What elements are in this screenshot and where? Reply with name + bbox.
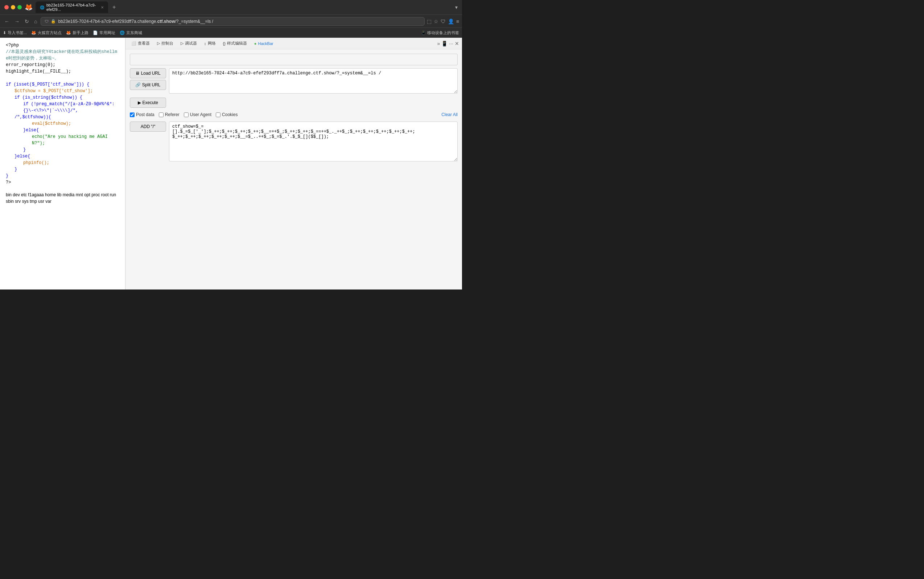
devtools-options-button[interactable]: ··· bbox=[449, 41, 453, 46]
user-agent-checkbox-label[interactable]: User Agent bbox=[184, 112, 211, 117]
user-agent-checkbox[interactable] bbox=[184, 113, 189, 117]
active-tab[interactable]: 🌐 bb23e165-7024-47b4-a7c9-efef29... ✕ bbox=[36, 2, 108, 13]
code-line-3: error_reporting(0); bbox=[6, 62, 119, 68]
execute-row: ▶ Execute bbox=[130, 98, 458, 108]
menu-button[interactable]: ≡ bbox=[456, 18, 459, 24]
style-icon: {} bbox=[223, 41, 225, 46]
code-line-7: $ctfshow = $_POST['ctf_show']; bbox=[6, 88, 119, 94]
reload-button[interactable]: ↻ bbox=[23, 18, 31, 25]
code-line-15: }else{ bbox=[6, 153, 119, 160]
bookmark-common-label: 常用网址 bbox=[100, 30, 115, 36]
tab-title: bb23e165-7024-47b4-a7c9-efef29... bbox=[46, 3, 99, 11]
devtools-network-button[interactable]: ↕ 网络 bbox=[201, 39, 219, 47]
newuser-icon: 🦊 bbox=[66, 31, 71, 35]
back-button[interactable]: ← bbox=[3, 18, 11, 25]
devtools-toolbar: ⬜ 查看器 ▷ 控制台 ▷ 调试器 ↕ 网络 {} 样式编辑器 bbox=[126, 38, 462, 49]
security-icon: 🛡 bbox=[45, 19, 49, 24]
tab-dropdown-button[interactable]: ▾ bbox=[455, 4, 458, 10]
bookmark-import[interactable]: ⬇ 导入书签... bbox=[3, 30, 27, 36]
devtools-hackbar-button[interactable]: ● HackBar bbox=[251, 40, 276, 47]
referer-checkbox[interactable] bbox=[159, 113, 163, 117]
post-data-textarea[interactable]: ctf_show=$_= [].$_=$_['_'];$_++;$_++;$_+… bbox=[169, 121, 458, 162]
nav-actions: ⬚ ☆ 🛡 👤 ≡ bbox=[427, 18, 459, 24]
traffic-lights bbox=[4, 5, 22, 10]
code-line-13: echo("Are you hacking me AGAIN?"); bbox=[6, 134, 119, 147]
hackbar-panel: 🖥 Load URL 🔗 Split URL ▶ Execute Post bbox=[126, 49, 462, 290]
debugger-icon: ▷ bbox=[181, 41, 183, 46]
code-line-17: } bbox=[6, 166, 119, 173]
clear-all-button[interactable]: Clear All bbox=[441, 112, 458, 117]
firefox-icon: 🦊 bbox=[31, 31, 36, 35]
tab-favicon: 🌐 bbox=[40, 5, 44, 10]
bookmarks-bar: ⬇ 导入书签... 🦊 火狐官方站点 🦊 新手上路 📄 常用网址 🌐 京东商城 … bbox=[0, 28, 462, 38]
close-window-button[interactable] bbox=[4, 5, 9, 10]
account-button[interactable]: 👤 bbox=[448, 18, 454, 24]
bookmark-import-label: 导入书签... bbox=[8, 30, 27, 36]
bookmark-common[interactable]: 📄 常用网址 bbox=[93, 30, 115, 36]
cookies-checkbox-label[interactable]: Cookies bbox=[216, 112, 238, 117]
code-line-11: eval($ctfshow); bbox=[6, 121, 119, 127]
user-agent-label: User Agent bbox=[190, 112, 211, 117]
bookmark-button[interactable]: ☆ bbox=[434, 18, 438, 24]
code-line-10: /",$ctfshow)){ bbox=[6, 114, 119, 121]
split-url-button[interactable]: 🔗 Split URL bbox=[130, 80, 166, 90]
bookmark-jd[interactable]: 🌐 京东商城 bbox=[120, 30, 142, 36]
forward-button[interactable]: → bbox=[13, 18, 21, 25]
code-line-8: if (is_string($ctfshow)) { bbox=[6, 94, 119, 101]
devtools-inspector-button[interactable]: ⬜ 查看器 bbox=[128, 39, 153, 47]
nav-bar: ← → ↻ ⌂ 🛡 🔒 bb23e165-7024-47b4-a7c9-efef… bbox=[0, 15, 462, 28]
tab-close-button[interactable]: ✕ bbox=[101, 5, 104, 10]
code-line-9: if (!preg_match("/[a-zA-Z0-9@#%^&*:{}\-<… bbox=[6, 101, 119, 114]
devtools-device-button[interactable]: 📱 bbox=[441, 41, 447, 46]
post-data-label: Post data bbox=[136, 112, 155, 117]
post-data-area: ctf_show=$_= [].$_=$_['_'];$_++;$_++;$_+… bbox=[169, 121, 458, 162]
devtools-debugger-button[interactable]: ▷ 调试器 bbox=[178, 39, 200, 47]
devtools-console-button[interactable]: ▷ 控制台 bbox=[154, 39, 176, 47]
address-domain: ctf.show bbox=[157, 19, 175, 24]
devtools-more-button[interactable]: » bbox=[438, 41, 440, 46]
maximize-window-button[interactable] bbox=[17, 5, 22, 10]
options-row: Post data Referer User Agent Cookies C bbox=[130, 111, 458, 119]
minimize-window-button[interactable] bbox=[11, 5, 15, 10]
browser-window: 🦊 🌐 bb23e165-7024-47b4-a7c9-efef29... ✕ … bbox=[0, 0, 462, 290]
shield-button[interactable]: 🛡 bbox=[441, 18, 446, 24]
bookmark-firefox[interactable]: 🦊 火狐官方站点 bbox=[31, 30, 62, 36]
address-text: bb23e165-7024-47b4-a7c9-efef293dff7a.cha… bbox=[58, 19, 213, 24]
load-url-button[interactable]: 🖥 Load URL bbox=[130, 68, 166, 79]
style-label: 样式编辑器 bbox=[227, 41, 247, 46]
hackbar-icon: ● bbox=[254, 41, 257, 46]
bookmark-newuser[interactable]: 🦊 新手上路 bbox=[66, 30, 88, 36]
extension-button[interactable]: ⬚ bbox=[427, 18, 431, 24]
code-line-14: } bbox=[6, 147, 119, 153]
bookmark-jd-label: 京东商城 bbox=[126, 30, 142, 36]
hackbar-label: HackBar bbox=[258, 41, 273, 46]
post-data-checkbox[interactable] bbox=[130, 113, 134, 117]
devtools-close-button[interactable]: ✕ bbox=[455, 41, 459, 46]
devtools-style-editor-button[interactable]: {} 样式编辑器 bbox=[220, 39, 250, 47]
new-tab-button[interactable]: + bbox=[109, 3, 119, 11]
home-button[interactable]: ⌂ bbox=[33, 18, 38, 25]
address-bar[interactable]: 🛡 🔒 bb23e165-7024-47b4-a7c9-efef293dff7a… bbox=[41, 17, 424, 26]
code-line-5 bbox=[6, 75, 119, 81]
cookies-checkbox[interactable] bbox=[216, 113, 220, 117]
common-icon: 📄 bbox=[93, 31, 98, 35]
inspector-label: 查看器 bbox=[138, 41, 150, 46]
url-textarea[interactable] bbox=[169, 68, 458, 93]
code-line-4: highlight_file(__FILE__); bbox=[6, 68, 119, 75]
add-slash-button[interactable]: ADD "/" bbox=[130, 121, 166, 132]
network-label: 网络 bbox=[208, 41, 216, 46]
browser-icon: 🦊 bbox=[24, 3, 33, 11]
devtools-panel: ⬜ 查看器 ▷ 控制台 ▷ 调试器 ↕ 网络 {} 样式编辑器 bbox=[125, 38, 462, 290]
inspector-icon: ⬜ bbox=[131, 41, 136, 46]
execute-button[interactable]: ▶ Execute bbox=[130, 98, 166, 108]
code-line-1: <?php bbox=[6, 42, 119, 49]
mobile-bookmarks: 📱 移动设备上的书签 bbox=[421, 30, 459, 36]
post-data-checkbox-label[interactable]: Post data bbox=[130, 112, 155, 117]
referer-checkbox-label[interactable]: Referer bbox=[159, 112, 180, 117]
devtools-more-actions: » 📱 ··· ✕ bbox=[438, 41, 459, 46]
hackbar-top-input[interactable] bbox=[130, 54, 458, 65]
code-panel: <?php //本题灵感来自研究Y4tacker佬在吃瓜杯投稿的shellme时… bbox=[0, 38, 125, 290]
code-line-18: } bbox=[6, 173, 119, 179]
code-line-6: if (isset($_POST['ctf_show'])) { bbox=[6, 81, 119, 88]
network-icon: ↕ bbox=[204, 41, 206, 46]
